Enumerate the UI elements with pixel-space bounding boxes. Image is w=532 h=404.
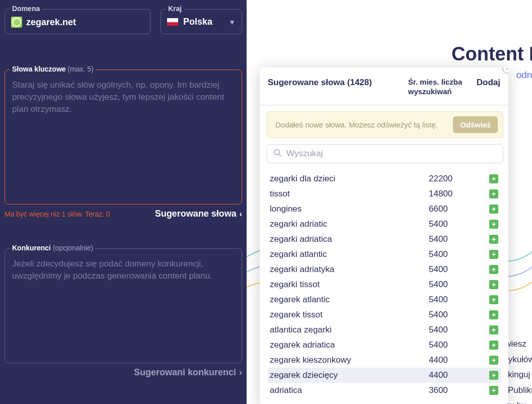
keyword-list[interactable]: zegarki dla dzieci22200tissot14800longin… <box>267 171 503 403</box>
keyword-row[interactable]: zegarki dla dzieci22200 <box>268 171 501 186</box>
refresh-notice: Dodałeś nowe słowa. Możesz odświeżyć tą … <box>267 111 503 138</box>
volume-text: 5400 <box>429 295 489 305</box>
volume-text: 4400 <box>429 370 489 380</box>
keyword-row[interactable]: zegarki adriatic5400 <box>268 217 501 232</box>
add-button[interactable] <box>489 250 498 259</box>
domain-field[interactable]: Domena zegarek.net <box>5 9 150 34</box>
add-button[interactable] <box>489 341 498 350</box>
volume-text: 5400 <box>429 219 489 229</box>
add-button[interactable] <box>489 371 498 380</box>
keyword-row[interactable]: zegarki adriatyka5400 <box>268 262 501 277</box>
volume-text: 3600 <box>429 385 489 395</box>
keyword-row[interactable]: longines6600 <box>268 201 501 217</box>
keyword-row[interactable]: zegarek atlantic5400 <box>268 292 501 307</box>
keyword-text: atlantica zegarki <box>270 325 429 335</box>
keyword-text: longines <box>270 204 429 214</box>
keyword-text: zegarki adriatica <box>270 234 429 244</box>
suggested-competitors-link[interactable]: Sugerowani konkurenci › <box>134 367 242 378</box>
header-add: Dodaj <box>477 78 500 88</box>
header-suggested: Sugerowane słowa (1428) <box>268 78 404 88</box>
keyword-row[interactable]: zegarek kieszonkowy4400 <box>268 353 501 368</box>
site-favicon-icon <box>11 17 22 28</box>
volume-text: 5400 <box>429 249 489 259</box>
volume-text: 22200 <box>429 174 489 184</box>
add-button[interactable] <box>489 280 498 289</box>
country-label: Kraj <box>166 5 184 13</box>
keyword-text: zegarki tissot <box>270 280 429 290</box>
keyword-text: zegarki adriatic <box>270 219 429 229</box>
chevron-down-icon: ▼ <box>229 18 236 26</box>
keyword-text: zegarek dziecięcy <box>270 370 429 380</box>
add-button[interactable] <box>489 174 498 183</box>
add-button[interactable] <box>489 325 498 334</box>
keyword-row[interactable]: zegarki atlantic5400 <box>268 247 501 262</box>
header-volume: Śr. mies. liczba wyszukiwań <box>408 78 473 97</box>
add-button[interactable] <box>489 386 498 395</box>
add-button[interactable] <box>489 295 498 304</box>
add-button[interactable] <box>489 265 498 274</box>
add-button[interactable] <box>489 205 498 214</box>
competitors-label: Konkurenci (opcjonalnie) <box>10 244 95 252</box>
keyword-text: zegarki atlantic <box>270 249 429 259</box>
keyword-row[interactable]: zegarek tissot5400 <box>268 307 501 322</box>
volume-text: 5400 <box>429 310 489 320</box>
add-button[interactable] <box>489 189 498 198</box>
keyword-row[interactable]: zegarki tissot5400 <box>268 277 501 292</box>
keyword-text: tissot <box>270 189 429 199</box>
chevron-left-icon: ‹ <box>240 210 242 219</box>
add-button[interactable] <box>489 310 498 319</box>
keywords-error: Ma być więcej niz 1 słów. Teraz: 0 <box>5 210 110 218</box>
svg-point-0 <box>274 150 279 155</box>
keyword-row[interactable]: zegarek adriatica5400 <box>268 338 501 353</box>
poland-flag-icon <box>167 18 178 26</box>
search-input-wrap[interactable] <box>267 144 503 163</box>
refresh-button[interactable]: Odśwież <box>453 116 498 133</box>
country-select[interactable]: Kraj Polska ▼ <box>161 9 242 34</box>
keyword-row[interactable]: zegarek dziecięcy4400 <box>268 368 501 383</box>
country-value: Polska <box>183 17 212 27</box>
volume-text: 5400 <box>429 325 489 335</box>
keyword-text: zegarek atlantic <box>270 295 429 305</box>
domain-label: Domena <box>10 5 42 13</box>
keyword-text: zegarki adriatyka <box>270 264 429 275</box>
volume-text: 4400 <box>429 355 489 365</box>
keywords-placeholder: Staraj się unikać słów ogólnych, np. opo… <box>12 79 235 115</box>
search-input[interactable] <box>286 149 497 159</box>
add-button[interactable] <box>489 235 498 244</box>
keyword-row[interactable]: atlantica zegarki5400 <box>268 322 501 338</box>
keyword-text: zegarek tissot <box>270 310 429 320</box>
chevron-right-icon: › <box>239 367 242 378</box>
search-icon <box>273 149 281 159</box>
keyword-text: zegarek adriatica <box>270 340 429 350</box>
keywords-label: Słowa kluczowe (max. 5) <box>10 65 96 73</box>
refresh-text: Dodałeś nowe słowa. Możesz odświeżyć tą … <box>275 120 438 129</box>
popover-header: Sugerowane słowa (1428) Śr. mies. liczba… <box>260 68 508 105</box>
volume-text: 5400 <box>429 280 489 290</box>
page-title: Content Pl <box>451 43 532 65</box>
keyword-row[interactable]: tissot14800 <box>268 186 501 201</box>
suggested-words-link[interactable]: Sugerowane słowa ‹ <box>155 209 242 219</box>
keywords-textarea[interactable]: Słowa kluczowe (max. 5) Staraj się unika… <box>5 70 242 205</box>
keyword-text: zegarki dla dzieci <box>270 174 429 184</box>
suggested-words-popover: ✕ Sugerowane słowa (1428) Śr. mies. licz… <box>260 68 508 404</box>
keyword-row[interactable]: zegarki adriatica5400 <box>268 232 501 247</box>
volume-text: 6600 <box>429 204 489 214</box>
volume-text: 5400 <box>429 234 489 244</box>
keyword-text: adriatica <box>270 385 429 395</box>
volume-text: 14800 <box>429 189 489 199</box>
competitors-placeholder: Jeżeli zdecydujesz się podać domeny konk… <box>12 258 235 282</box>
domain-value: zegarek.net <box>26 17 76 28</box>
competitors-textarea[interactable]: Konkurenci (opcjonalnie) Jeżeli zdecyduj… <box>5 248 242 363</box>
add-button[interactable] <box>489 356 498 365</box>
page-subtitle: odnie z <box>516 70 532 81</box>
svg-line-1 <box>279 154 281 156</box>
keyword-text: zegarek kieszonkowy <box>270 355 429 365</box>
config-sidebar: Domena zegarek.net Kraj Polska ▼ Słowa k… <box>0 0 247 404</box>
volume-text: 5400 <box>429 340 489 350</box>
keyword-row[interactable]: adriatica3600 <box>268 383 501 398</box>
volume-text: 5400 <box>429 264 489 275</box>
add-button[interactable] <box>489 220 498 229</box>
